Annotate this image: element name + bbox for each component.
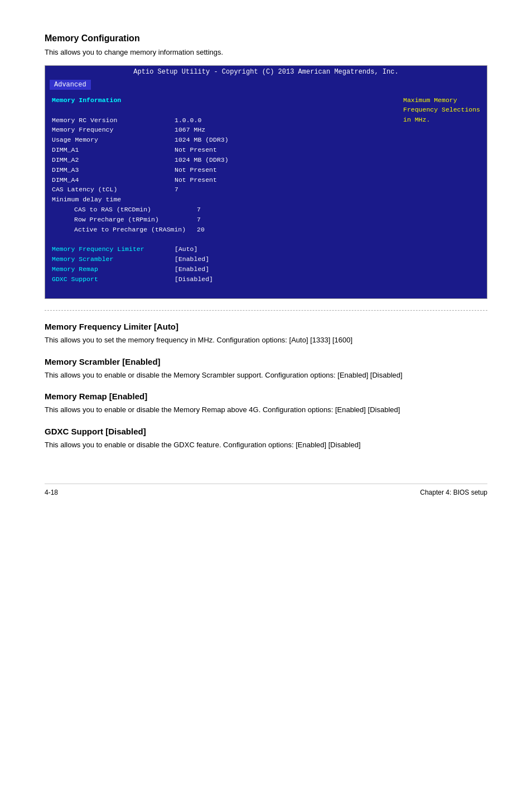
table-row: CAS to RAS (tRCDmin) 7 <box>52 205 391 215</box>
row-value: 1.0.0.0 <box>175 115 201 125</box>
row-label: DIMM_A2 <box>52 155 175 165</box>
bios-main-panel: Memory Information Memory RC Version 1.0… <box>45 91 398 298</box>
setting-value-gdxc: [Disabled] <box>175 274 213 284</box>
sidebar-text: Maximum MemoryFrequency Selectionsin MHz… <box>403 96 480 123</box>
row-label: Minimum delay time <box>52 195 175 205</box>
row-value: Not Present <box>175 145 217 155</box>
table-row: Memory RC Version 1.0.0.0 <box>52 115 391 125</box>
row-value: 1067 MHz <box>175 125 205 135</box>
table-row: DIMM_A4 Not Present <box>52 175 391 185</box>
row-value: 1024 MB (DDR3) <box>175 155 229 165</box>
row-value: 7 <box>175 185 178 195</box>
table-row: DIMM_A1 Not Present <box>52 145 391 155</box>
table-row: Memory Frequency 1067 MHz <box>52 125 391 135</box>
bios-screen: Aptio Setup Utility - Copyright (C) 2013… <box>45 65 487 299</box>
table-row[interactable]: GDXC Support [Disabled] <box>52 274 391 284</box>
setting-label-remap: Memory Remap <box>52 264 175 274</box>
row-value: Not Present <box>175 175 217 185</box>
bios-section-title: Memory Information <box>52 95 391 105</box>
section-body-gdxc: This allows you to enable or disable the… <box>45 439 487 451</box>
row-value: 7 <box>197 215 201 225</box>
row-label: Row Precharge (tRPmin) <box>74 215 197 225</box>
row-value: 1024 MB (DDR3) <box>175 135 229 145</box>
page-title: Memory Configuration <box>45 33 487 44</box>
table-row[interactable]: Memory Frequency Limiter [Auto] <box>52 244 391 254</box>
section-body-remap: This allows you to enable or disable the… <box>45 404 487 416</box>
section-heading-remap: Memory Remap [Enabled] <box>45 392 487 401</box>
section-heading-freq-limiter: Memory Frequency Limiter [Auto] <box>45 322 487 331</box>
row-label: Active to Precharge (tRASmin) <box>74 225 197 235</box>
bios-header: Aptio Setup Utility - Copyright (C) 2013… <box>45 66 487 78</box>
page-description: This allows you to change memory informa… <box>45 48 487 56</box>
table-row: CAS Latency (tCL) 7 <box>52 185 391 195</box>
row-label: CAS Latency (tCL) <box>52 185 175 195</box>
section-scrambler: Memory Scrambler [Enabled] This allows y… <box>45 357 487 381</box>
section-body-scrambler: This allows you to enable or disable the… <box>45 370 487 381</box>
section-heading-gdxc: GDXC Support [Disabled] <box>45 427 487 436</box>
setting-value-freq-limiter: [Auto] <box>175 244 197 254</box>
row-label: Memory Frequency <box>52 125 175 135</box>
setting-label-scrambler: Memory Scrambler <box>52 254 175 264</box>
setting-value-scrambler: [Enabled] <box>175 254 209 264</box>
section-heading-scrambler: Memory Scrambler [Enabled] <box>45 357 487 366</box>
row-label: DIMM_A4 <box>52 175 175 185</box>
row-label: DIMM_A3 <box>52 165 175 175</box>
row-label: Memory RC Version <box>52 115 175 125</box>
setting-value-remap: [Enabled] <box>175 264 209 274</box>
row-label: Usage Memory <box>52 135 175 145</box>
setting-label-freq-limiter: Memory Frequency Limiter <box>52 244 175 254</box>
table-row: DIMM_A2 1024 MB (DDR3) <box>52 155 391 165</box>
section-remap: Memory Remap [Enabled] This allows you t… <box>45 392 487 416</box>
row-value: Not Present <box>175 165 217 175</box>
bios-tab-row: Advanced <box>45 78 487 91</box>
table-row: Minimum delay time <box>52 195 391 205</box>
row-label: DIMM_A1 <box>52 145 175 155</box>
row-label: CAS to RAS (tRCDmin) <box>74 205 197 215</box>
section-divider <box>45 310 487 311</box>
bios-content: Memory Information Memory RC Version 1.0… <box>45 91 487 298</box>
footer: 4-18 Chapter 4: BIOS setup <box>45 484 487 496</box>
section-freq-limiter: Memory Frequency Limiter [Auto] This all… <box>45 322 487 346</box>
section-body-freq-limiter: This allows you to set the memory freque… <box>45 335 487 346</box>
table-row: Active to Precharge (tRASmin) 20 <box>52 225 391 235</box>
table-row[interactable]: Memory Scrambler [Enabled] <box>52 254 391 264</box>
table-row: Row Precharge (tRPmin) 7 <box>52 215 391 225</box>
footer-page-number: 4-18 <box>45 489 58 496</box>
bios-tab-advanced[interactable]: Advanced <box>50 80 91 90</box>
bios-sidebar: Maximum MemoryFrequency Selectionsin MHz… <box>398 91 487 298</box>
footer-chapter: Chapter 4: BIOS setup <box>420 489 487 496</box>
row-value: 20 <box>197 225 205 235</box>
table-row[interactable]: Memory Remap [Enabled] <box>52 264 391 274</box>
table-row: DIMM_A3 Not Present <box>52 165 391 175</box>
section-gdxc: GDXC Support [Disabled] This allows you … <box>45 427 487 451</box>
setting-label-gdxc: GDXC Support <box>52 274 175 284</box>
table-row: Usage Memory 1024 MB (DDR3) <box>52 135 391 145</box>
row-value: 7 <box>197 205 201 215</box>
